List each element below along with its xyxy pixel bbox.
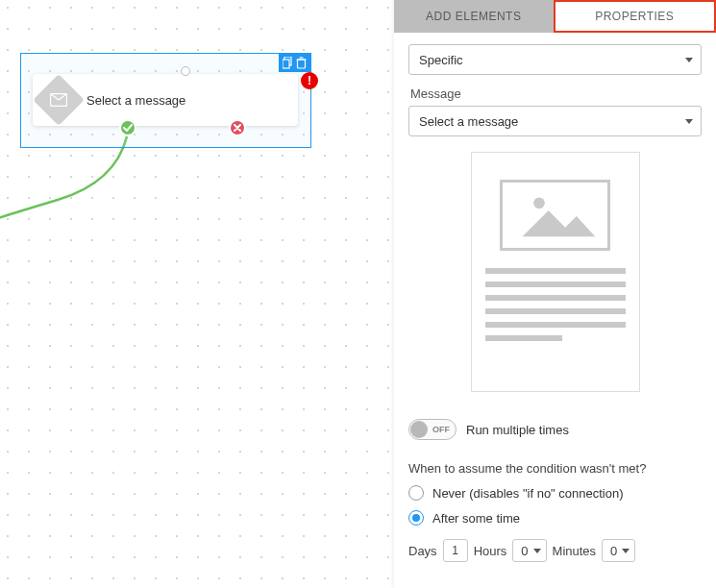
node-port-no[interactable] bbox=[229, 119, 246, 136]
chevron-down-icon bbox=[685, 58, 693, 62]
node-selection[interactable]: ! Select a message bbox=[20, 53, 311, 148]
node-label: Select a message bbox=[86, 93, 185, 108]
radio-never[interactable]: Never (disables "if no" connection) bbox=[408, 485, 702, 501]
image-placeholder-icon bbox=[500, 180, 610, 251]
radio-after-some-time[interactable]: After some time bbox=[408, 510, 702, 526]
time-settings: Days 1 Hours 0 Minutes 0 bbox=[408, 539, 702, 562]
chevron-down-icon bbox=[685, 119, 693, 124]
days-label: Days bbox=[408, 544, 437, 558]
envelope-icon bbox=[33, 74, 85, 126]
tab-properties[interactable]: PROPERTIES bbox=[554, 0, 717, 33]
message-preview bbox=[471, 152, 640, 392]
message-node[interactable]: Select a message bbox=[33, 74, 298, 126]
minutes-dropdown[interactable]: 0 bbox=[602, 539, 635, 562]
node-copy-icon[interactable] bbox=[283, 57, 293, 69]
radio-icon bbox=[408, 485, 424, 501]
side-panel: ADD ELEMENTS PROPERTIES Specific Message… bbox=[394, 0, 716, 588]
node-delete-icon[interactable] bbox=[296, 57, 307, 69]
node-port-in[interactable] bbox=[181, 66, 190, 76]
chevron-down-icon bbox=[622, 549, 630, 553]
radio-icon bbox=[408, 510, 424, 526]
node-toolbar bbox=[279, 54, 310, 72]
node-warning-badge: ! bbox=[301, 72, 318, 89]
condition-question: When to assume the condition wasn't met? bbox=[408, 461, 702, 476]
chevron-down-icon bbox=[533, 549, 541, 553]
panel-tabs: ADD ELEMENTS PROPERTIES bbox=[394, 0, 716, 33]
hours-dropdown[interactable]: 0 bbox=[512, 539, 546, 562]
workflow-canvas[interactable]: ! Select a message bbox=[0, 0, 394, 588]
message-label: Message bbox=[410, 86, 702, 101]
type-dropdown[interactable]: Specific bbox=[408, 44, 702, 75]
tab-add-elements[interactable]: ADD ELEMENTS bbox=[394, 0, 554, 33]
toggle-label: Run multiple times bbox=[466, 423, 569, 437]
hours-label: Hours bbox=[474, 544, 507, 558]
run-multiple-toggle[interactable]: OFF bbox=[408, 419, 457, 440]
svg-rect-1 bbox=[283, 60, 289, 68]
minutes-label: Minutes bbox=[553, 544, 597, 558]
message-dropdown[interactable]: Select a message bbox=[408, 106, 702, 136]
node-port-yes[interactable] bbox=[119, 119, 136, 136]
days-input[interactable]: 1 bbox=[443, 539, 468, 562]
svg-rect-2 bbox=[298, 60, 306, 68]
svg-point-6 bbox=[533, 198, 545, 209]
